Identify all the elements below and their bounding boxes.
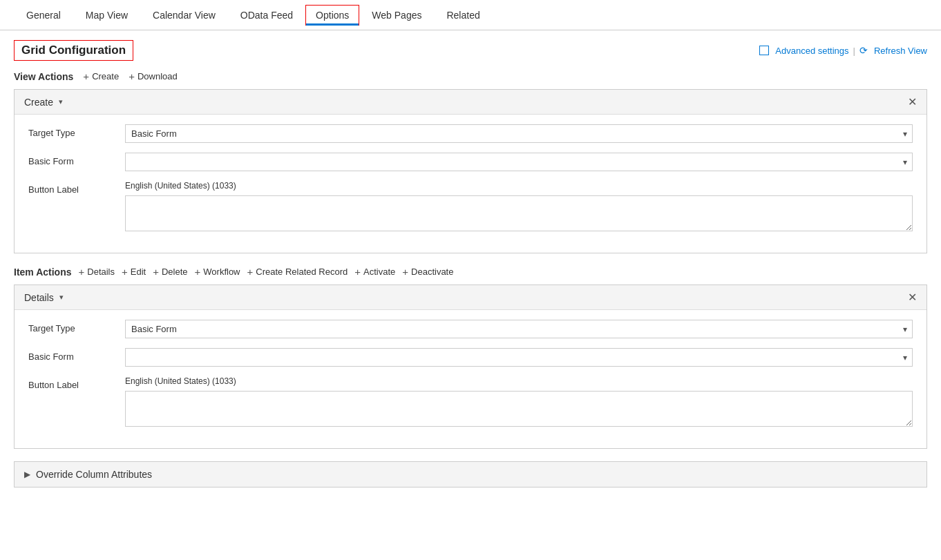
details-basic-form-control	[125, 348, 913, 367]
activate-action-label: Activate	[363, 267, 395, 277]
override-column-arrow-icon: ▶	[24, 470, 30, 479]
deactivate-action-label: Deactivate	[411, 267, 453, 277]
nav-item-map-view[interactable]: Map View	[73, 3, 140, 28]
delete-plus-icon: +	[153, 266, 159, 278]
delete-action-label: Delete	[162, 267, 188, 277]
grid-config-header: Grid Configuration Advanced settings | ⟳…	[14, 40, 927, 61]
details-target-type-select-wrapper: Basic Form	[125, 320, 913, 338]
details-target-type-control: Basic Form	[125, 320, 913, 338]
create-target-type-row: Target Type Basic Form	[28, 124, 913, 143]
workflow-plus-icon: +	[195, 266, 201, 278]
settings-icon	[759, 46, 769, 55]
create-button-label-control: English (United States) (1033)	[125, 181, 913, 233]
create-card-header[interactable]: Create ▾ ✕	[15, 90, 926, 115]
details-basic-form-select-wrapper	[125, 348, 913, 367]
create-related-record-action-btn[interactable]: + Create Related Record	[247, 266, 348, 278]
details-basic-form-row: Basic Form	[28, 348, 913, 367]
item-actions-label: Item Actions	[14, 267, 72, 278]
nav-item-general[interactable]: General	[14, 3, 73, 28]
create-target-type-select-wrapper: Basic Form	[125, 124, 913, 143]
workflow-action-btn[interactable]: + Workflow	[195, 266, 240, 278]
override-column-label: Override Column Attributes	[36, 469, 152, 480]
create-card-body: Target Type Basic Form Basic Form	[15, 115, 926, 253]
main-content: Grid Configuration Advanced settings | ⟳…	[0, 30, 941, 497]
create-button-label-row: Button Label English (United States) (10…	[28, 181, 913, 233]
create-card-title: Create	[24, 97, 53, 108]
edit-action-label: Edit	[131, 267, 146, 277]
edit-plus-icon: +	[122, 266, 128, 278]
download-action-btn[interactable]: + Download	[129, 70, 178, 82]
details-basic-form-select[interactable]	[125, 348, 913, 367]
separator: |	[853, 46, 855, 56]
item-actions-bar: Item Actions + Details + Edit + Delete +…	[14, 266, 927, 278]
details-button-label-row: Button Label English (United States) (10…	[28, 376, 913, 429]
details-card-body: Target Type Basic Form Basic Form	[15, 310, 926, 448]
details-basic-form-label: Basic Form	[28, 348, 125, 362]
create-plus-icon: +	[83, 70, 89, 82]
details-card-header[interactable]: Details ▾ ✕	[15, 285, 926, 310]
edit-action-btn[interactable]: + Edit	[122, 266, 146, 278]
create-target-type-label: Target Type	[28, 124, 125, 138]
create-target-type-control: Basic Form	[125, 124, 913, 143]
header-actions: Advanced settings | ⟳ Refresh View	[759, 45, 927, 56]
nav-item-odata-feed[interactable]: OData Feed	[228, 3, 305, 28]
refresh-view-link[interactable]: Refresh View	[874, 46, 927, 56]
top-navigation: General Map View Calendar View OData Fee…	[0, 0, 941, 30]
create-button-lang-label: English (United States) (1033)	[125, 181, 913, 191]
view-actions-label: View Actions	[14, 71, 73, 82]
create-basic-form-row: Basic Form	[28, 153, 913, 171]
details-button-label-textarea[interactable]	[125, 391, 913, 427]
details-card-chevron-icon: ▾	[59, 293, 64, 302]
create-button-label-label: Button Label	[28, 181, 125, 195]
details-action-label: Details	[87, 267, 115, 277]
activate-action-btn[interactable]: + Activate	[354, 266, 395, 278]
create-basic-form-control	[125, 153, 913, 171]
details-card: Details ▾ ✕ Target Type Basic Form Bas	[14, 284, 927, 449]
create-card-header-left[interactable]: Create ▾	[24, 97, 63, 108]
create-related-record-plus-icon: +	[247, 266, 254, 278]
create-basic-form-select-wrapper	[125, 153, 913, 171]
details-card-header-left[interactable]: Details ▾	[24, 292, 64, 303]
create-card: Create ▾ ✕ Target Type Basic Form Basi	[14, 89, 927, 253]
details-target-type-select[interactable]: Basic Form	[125, 320, 913, 338]
create-basic-form-select[interactable]	[125, 153, 913, 171]
create-card-chevron-icon: ▾	[59, 97, 63, 106]
grid-config-title: Grid Configuration	[14, 40, 133, 61]
create-button-label-textarea[interactable]	[125, 195, 913, 231]
override-column-bar[interactable]: ▶ Override Column Attributes	[14, 461, 927, 487]
activate-plus-icon: +	[354, 266, 361, 278]
refresh-icon: ⟳	[859, 45, 868, 56]
download-action-label: Download	[137, 71, 178, 81]
details-action-btn[interactable]: + Details	[79, 266, 115, 278]
create-action-label: Create	[92, 71, 119, 81]
nav-item-related[interactable]: Related	[434, 3, 492, 28]
create-related-record-action-label: Create Related Record	[256, 267, 348, 277]
create-card-close-icon[interactable]: ✕	[908, 95, 917, 108]
create-basic-form-label: Basic Form	[28, 153, 125, 166]
details-target-type-label: Target Type	[28, 320, 125, 334]
workflow-action-label: Workflow	[203, 267, 240, 277]
delete-action-btn[interactable]: + Delete	[153, 266, 187, 278]
download-plus-icon: +	[129, 70, 135, 82]
create-action-btn[interactable]: + Create	[83, 70, 119, 82]
view-actions-bar: View Actions + Create + Download	[14, 70, 927, 82]
details-button-label-control: English (United States) (1033)	[125, 376, 913, 429]
nav-item-web-pages[interactable]: Web Pages	[359, 3, 434, 28]
nav-item-calendar-view[interactable]: Calendar View	[140, 3, 228, 28]
details-plus-icon: +	[79, 266, 85, 278]
deactivate-action-btn[interactable]: + Deactivate	[402, 266, 453, 278]
details-button-label-label: Button Label	[28, 376, 125, 390]
deactivate-plus-icon: +	[402, 266, 408, 278]
details-card-title: Details	[24, 292, 54, 303]
details-target-type-row: Target Type Basic Form	[28, 320, 913, 338]
details-button-lang-label: English (United States) (1033)	[125, 376, 913, 386]
nav-item-options[interactable]: Options	[305, 5, 359, 26]
details-card-close-icon[interactable]: ✕	[908, 291, 917, 304]
create-target-type-select[interactable]: Basic Form	[125, 124, 913, 143]
advanced-settings-link[interactable]: Advanced settings	[775, 46, 848, 56]
